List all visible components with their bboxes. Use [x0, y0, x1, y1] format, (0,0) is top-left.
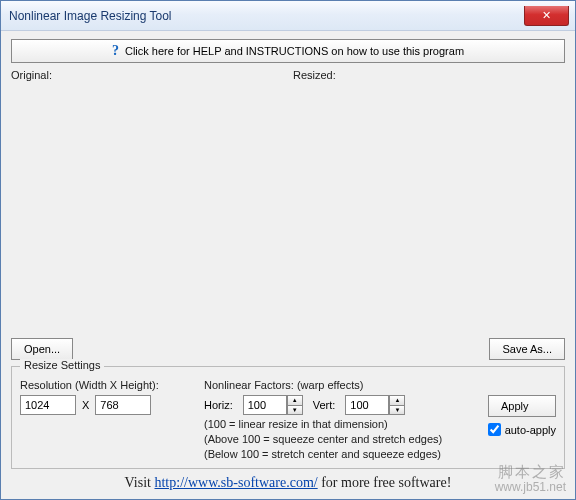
width-input[interactable] [20, 395, 76, 415]
horiz-spinner: ▲ ▼ [243, 395, 303, 415]
auto-apply-label: auto-apply [505, 424, 556, 436]
height-input[interactable] [95, 395, 151, 415]
nonlinear-column: Nonlinear Factors: (warp effects) Horiz:… [204, 379, 462, 460]
original-pane: Original: [11, 69, 283, 334]
vert-label: Vert: [313, 399, 336, 411]
apply-button[interactable]: Apply [488, 395, 556, 417]
resized-label: Resized: [293, 69, 565, 81]
titlebar: Nonlinear Image Resizing Tool ✕ [1, 1, 575, 31]
footer-prefix: Visit [125, 475, 155, 490]
hint-1: (100 = linear resize in that dimension) [204, 418, 462, 430]
app-window: Nonlinear Image Resizing Tool ✕ ? Click … [0, 0, 576, 500]
horiz-down-button[interactable]: ▼ [287, 405, 303, 416]
footer-link[interactable]: http://www.sb-software.com/ [154, 475, 317, 490]
vert-down-button[interactable]: ▼ [389, 405, 405, 416]
nonlinear-label: Nonlinear Factors: (warp effects) [204, 379, 462, 391]
resize-settings-legend: Resize Settings [20, 359, 104, 371]
chevron-up-icon: ▲ [292, 397, 298, 403]
open-button[interactable]: Open... [11, 338, 73, 360]
hint-3: (Below 100 = stretch center and squeeze … [204, 448, 462, 460]
window-title: Nonlinear Image Resizing Tool [9, 9, 524, 23]
save-as-button[interactable]: Save As... [489, 338, 565, 360]
chevron-up-icon: ▲ [394, 397, 400, 403]
vert-spinner: ▲ ▼ [345, 395, 405, 415]
chevron-down-icon: ▼ [394, 407, 400, 413]
image-preview-area: Original: Resized: [11, 69, 565, 334]
auto-apply-checkbox[interactable] [488, 423, 501, 436]
auto-apply-row[interactable]: auto-apply [488, 423, 556, 436]
original-label: Original: [11, 69, 283, 81]
help-icon: ? [112, 43, 119, 59]
resize-settings-group: Resize Settings Resolution (Width X Heig… [11, 366, 565, 469]
footer-text: Visit http://www.sb-software.com/ for mo… [11, 473, 565, 497]
horiz-input[interactable] [243, 395, 287, 415]
close-icon: ✕ [542, 9, 551, 22]
help-label: Click here for HELP and INSTRUCTIONS on … [125, 45, 464, 57]
apply-column: Apply auto-apply [476, 379, 556, 436]
horiz-up-button[interactable]: ▲ [287, 395, 303, 405]
horiz-label: Horiz: [204, 399, 233, 411]
hint-2: (Above 100 = squeeze center and stretch … [204, 433, 462, 445]
chevron-down-icon: ▼ [292, 407, 298, 413]
x-separator: X [82, 399, 89, 411]
close-button[interactable]: ✕ [524, 6, 569, 26]
resized-pane: Resized: [293, 69, 565, 334]
vert-input[interactable] [345, 395, 389, 415]
open-save-row: Open... Save As... [11, 338, 565, 360]
content-area: ? Click here for HELP and INSTRUCTIONS o… [1, 31, 575, 499]
resolution-label: Resolution (Width X Height): [20, 379, 190, 391]
help-button[interactable]: ? Click here for HELP and INSTRUCTIONS o… [11, 39, 565, 63]
footer-suffix: for more free software! [318, 475, 452, 490]
vert-up-button[interactable]: ▲ [389, 395, 405, 405]
resolution-column: Resolution (Width X Height): X [20, 379, 190, 415]
